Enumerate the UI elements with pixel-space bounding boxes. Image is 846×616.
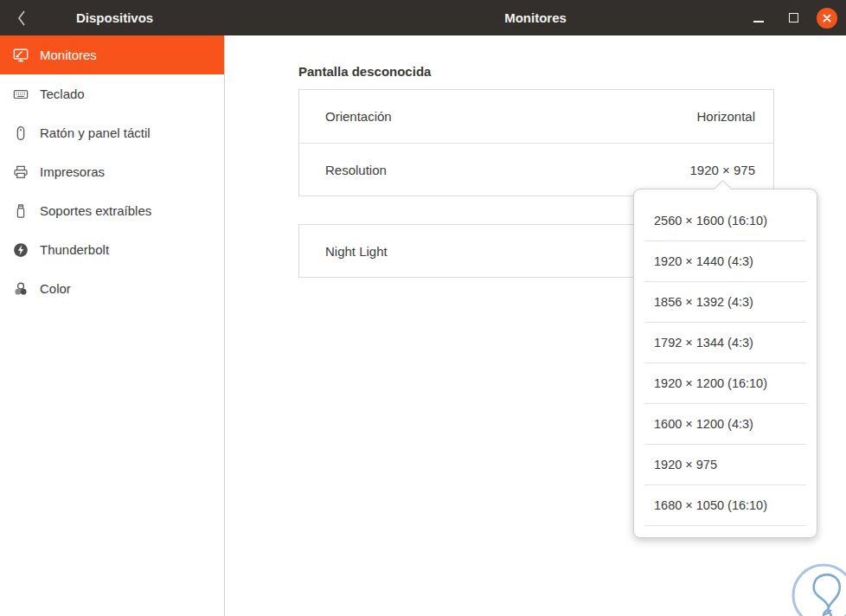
header-title-page: Monitores xyxy=(0,10,846,25)
night-light-label: Night Light xyxy=(325,244,388,259)
resolution-option[interactable]: 1920 × 1200 (16:10) xyxy=(634,363,817,403)
mouse-icon xyxy=(13,125,29,141)
minimize-button[interactable] xyxy=(747,7,770,29)
header-bar: Dispositivos Monitores xyxy=(0,0,846,35)
resolution-option[interactable]: 2560 × 1600 (16:10) xyxy=(634,201,817,241)
sidebar-item-teclado[interactable]: Teclado xyxy=(0,74,224,113)
sidebar-item-raton[interactable]: Ratón y panel táctil xyxy=(0,113,224,152)
resolution-option[interactable]: 1600 × 1200 (4:3) xyxy=(634,404,817,444)
sidebar-item-label: Thunderbolt xyxy=(40,242,109,257)
monitor-icon xyxy=(13,48,29,63)
sidebar-item-label: Teclado xyxy=(40,87,85,101)
main-content: Pantalla desconocida Orientación Horizon… xyxy=(226,35,846,616)
resolution-option-list: 2560 × 1600 (16:10) 1920 × 1440 (4:3) 18… xyxy=(634,201,817,526)
lightbulb-logo xyxy=(789,561,846,616)
sidebar-item-soportes[interactable]: Soportes extraíbles xyxy=(0,191,224,230)
sidebar-item-label: Ratón y panel táctil xyxy=(40,125,151,140)
resolution-row[interactable]: Resolution 1920 × 975 xyxy=(299,143,773,196)
resolution-option[interactable]: 1920 × 1440 (4:3) xyxy=(634,241,817,281)
sidebar-item-label: Color xyxy=(40,281,71,296)
section-title: Pantalla desconocida xyxy=(298,64,431,79)
maximize-icon xyxy=(789,13,798,22)
printer-icon xyxy=(13,164,29,180)
sidebar: Monitores Teclado Ratón y panel táctil xyxy=(0,35,225,616)
sidebar-item-color[interactable]: Color xyxy=(0,269,224,308)
sidebar-item-label: Impresoras xyxy=(40,164,105,179)
resolution-option[interactable]: 1792 × 1344 (4:3) xyxy=(634,323,817,363)
resolution-popover: 2560 × 1600 (16:10) 1920 × 1440 (4:3) 18… xyxy=(633,189,817,538)
resolution-label: Resolution xyxy=(325,163,387,177)
orientation-label: Orientación xyxy=(325,109,392,124)
resolution-option[interactable]: 1920 × 975 xyxy=(634,445,817,484)
thunderbolt-icon xyxy=(13,242,29,258)
orientation-value: Horizontal xyxy=(696,109,755,124)
divider xyxy=(644,525,806,526)
orientation-row[interactable]: Orientación Horizontal xyxy=(299,90,773,143)
minimize-icon xyxy=(753,21,764,22)
close-icon xyxy=(822,13,832,23)
sidebar-item-label: Soportes extraíbles xyxy=(40,203,151,218)
color-icon xyxy=(13,281,29,297)
resolution-option[interactable]: 1680 × 1050 (16:10) xyxy=(634,485,817,525)
keyboard-icon xyxy=(13,87,29,102)
removable-media-icon xyxy=(13,203,29,219)
sidebar-item-label: Monitores xyxy=(40,48,97,62)
close-button[interactable] xyxy=(817,8,837,29)
resolution-option[interactable]: 1856 × 1392 (4:3) xyxy=(634,282,817,322)
display-settings-card: Orientación Horizontal Resolution 1920 ×… xyxy=(298,89,774,196)
sidebar-item-monitores[interactable]: Monitores xyxy=(0,35,224,74)
resolution-value: 1920 × 975 xyxy=(690,163,756,177)
window-controls xyxy=(747,0,837,35)
maximize-button[interactable] xyxy=(782,7,804,29)
sidebar-item-thunderbolt[interactable]: Thunderbolt xyxy=(0,230,224,269)
sidebar-item-impresoras[interactable]: Impresoras xyxy=(0,152,224,191)
